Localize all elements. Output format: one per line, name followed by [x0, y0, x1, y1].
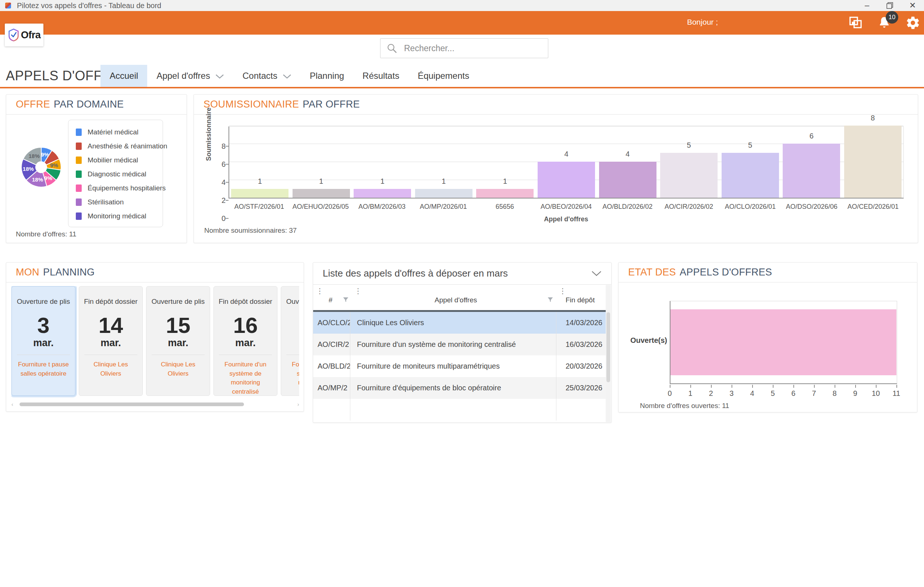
bar[interactable]: 8: [844, 126, 902, 198]
legend-item[interactable]: Équipements hospitaliers: [76, 181, 163, 195]
bar-value-label: 1: [503, 177, 507, 185]
notifications-bell-icon[interactable]: 10: [877, 15, 892, 30]
legend-item[interactable]: Diagnostic médical: [76, 167, 163, 181]
bar-slot: 4: [536, 127, 597, 198]
bar-category-label: AO/STF/2026/01: [229, 203, 290, 211]
bar[interactable]: 5: [660, 153, 718, 198]
table-row[interactable]: AO/BLD/2Fourniture de moniteurs multipar…: [313, 356, 606, 377]
settings-gear-icon[interactable]: [906, 15, 920, 30]
notification-badge: 10: [886, 11, 898, 23]
bar-value-label: 4: [564, 150, 568, 158]
tab--quipements[interactable]: Équipements: [408, 65, 478, 87]
bar[interactable]: 5: [722, 153, 779, 198]
card-link[interactable]: Fourniture d'un système de monitoring ce…: [214, 360, 277, 397]
horizontal-scrollbar[interactable]: ‹ ›: [12, 402, 299, 407]
planning-card[interactable]: Fin dépôt dossier16mar.Fourniture d'un s…: [213, 286, 277, 396]
legend-item[interactable]: Matériel médical: [76, 125, 163, 139]
bar-category-label: AO/CIR/2026/02: [658, 203, 720, 211]
cell-date: 16/03/2026: [556, 334, 606, 356]
brand-logo[interactable]: Ofra: [5, 23, 43, 46]
x-tick-label: 11: [889, 389, 904, 398]
chevron-down-icon: [282, 71, 292, 81]
card-day: 14: [79, 314, 142, 337]
column-menu-icon[interactable]: ⋮: [354, 287, 362, 294]
tab-planning[interactable]: Planning: [300, 65, 353, 87]
bidders-bar-chart: 11111445568: [229, 126, 904, 198]
minimize-button[interactable]: –: [856, 0, 878, 11]
search-input[interactable]: [404, 43, 542, 53]
offers-count-text: Nombre d'offres: 11: [16, 230, 76, 238]
column-menu-icon[interactable]: ⋮: [316, 287, 323, 294]
bar[interactable]: 6: [783, 144, 840, 198]
planning-card[interactable]: Ouverture de plis3mar.Fourniture t pause…: [12, 286, 76, 396]
legend-swatch: [76, 212, 82, 220]
card-link[interactable]: Fourniture d'un système de monitoring ce…: [281, 360, 299, 397]
bar-slot: 1: [229, 127, 291, 198]
pie-slice-label: 9%: [50, 162, 58, 168]
card-month: mar.: [79, 337, 142, 349]
legend-item[interactable]: Anesthésie & réanimation: [76, 139, 163, 153]
panel-mon-planning: MON PLANNING Ouverture de plis3mar.Fourn…: [6, 262, 304, 412]
close-button[interactable]: ✕: [901, 0, 924, 11]
card-link[interactable]: Fourniture t pause salles opératoire: [12, 360, 75, 378]
card-event-label: Fin dépôt dossier: [79, 298, 142, 306]
h-scrollbar-thumb[interactable]: [20, 402, 244, 406]
bar-category-label: AO/BLD/2026/02: [597, 203, 658, 211]
tab-appel-d-offres[interactable]: Appel d'offres: [147, 65, 233, 87]
bar-category-label: 65656: [474, 203, 535, 211]
card-day: 17: [281, 314, 299, 337]
card-link[interactable]: Clinique Les Oliviers: [147, 360, 210, 378]
tab-contacts[interactable]: Contacts: [233, 65, 300, 87]
bar[interactable]: 4: [599, 162, 657, 198]
card-divider: [152, 355, 205, 355]
table-row[interactable]: AO/MP/2Fourniture d'équipements de bloc …: [313, 377, 606, 399]
planning-card[interactable]: Fin dépôt dossier14mar.Clinique Les Oliv…: [79, 286, 143, 396]
pie-slice-label: 9%: [44, 175, 52, 181]
legend-item[interactable]: Mobilier médical: [76, 153, 163, 167]
legend-item[interactable]: Stérilisation: [76, 195, 163, 209]
bar[interactable]: 1: [415, 189, 472, 198]
collapse-chevron-icon[interactable]: [591, 268, 602, 279]
card-event-label: Ouverture de plis: [281, 298, 299, 306]
scroll-right-icon[interactable]: ›: [297, 402, 299, 407]
bar[interactable]: 1: [476, 189, 534, 198]
search-bar[interactable]: [380, 38, 548, 58]
apps-icon[interactable]: [848, 15, 863, 30]
pie-slice-label: 18%: [32, 176, 43, 183]
column-header-name[interactable]: Appel d'offres: [435, 296, 477, 304]
column-menu-icon[interactable]: ⋮: [559, 287, 566, 294]
filter-icon[interactable]: [343, 297, 349, 304]
bar-category-label: AO/CLO/2026/01: [720, 203, 781, 211]
vertical-scrollbar[interactable]: [606, 285, 611, 422]
bar-slots: 11111445568: [229, 127, 903, 198]
x-axis-categories: AO/STF/2026/01AO/EHUO/2026/05AO/BM/2026/…: [229, 203, 904, 211]
y-tick-mark: [226, 218, 229, 219]
x-tick-label: 9: [848, 389, 863, 398]
bar[interactable]: 1: [354, 189, 411, 198]
planning-card[interactable]: Ouverture de plis15mar.Clinique Les Oliv…: [146, 286, 210, 396]
legend-item[interactable]: Monitoring médical: [76, 209, 163, 223]
column-header-date[interactable]: Fin dépôt: [566, 296, 595, 304]
status-bar[interactable]: [670, 309, 896, 375]
legend-label: Monitoring médical: [87, 212, 146, 220]
table-row[interactable]: AO/CLO/2Clinique Les Oliviers14/03/2026: [313, 312, 606, 334]
tab-label: Accueil: [110, 71, 138, 81]
bar[interactable]: 4: [538, 162, 595, 198]
tab-accueil[interactable]: Accueil: [101, 65, 147, 87]
planning-card[interactable]: Ouverture de plis17mar.Fourniture d'un s…: [281, 286, 299, 396]
bar[interactable]: 1: [292, 189, 350, 198]
card-link[interactable]: Clinique Les Oliviers: [79, 360, 142, 378]
bar[interactable]: 1: [231, 189, 289, 198]
table-row[interactable]: AO/CIR/2Fourniture d'un système de monit…: [313, 334, 606, 356]
restore-button[interactable]: [878, 0, 901, 11]
cell-date: 25/03/2026: [556, 377, 606, 399]
column-header-id[interactable]: #: [328, 296, 333, 304]
open-offers-count-text: Nombre d'offres ouvertes: 11: [640, 402, 729, 410]
scroll-left-icon[interactable]: ‹: [12, 402, 13, 407]
v-scrollbar-thumb[interactable]: [606, 312, 610, 382]
x-tick-mark: [773, 385, 774, 388]
cell-name: [350, 399, 556, 420]
tab-r-sultats[interactable]: Résultats: [353, 65, 408, 87]
bar-value-label: 5: [748, 141, 752, 149]
filter-icon[interactable]: [547, 297, 553, 304]
